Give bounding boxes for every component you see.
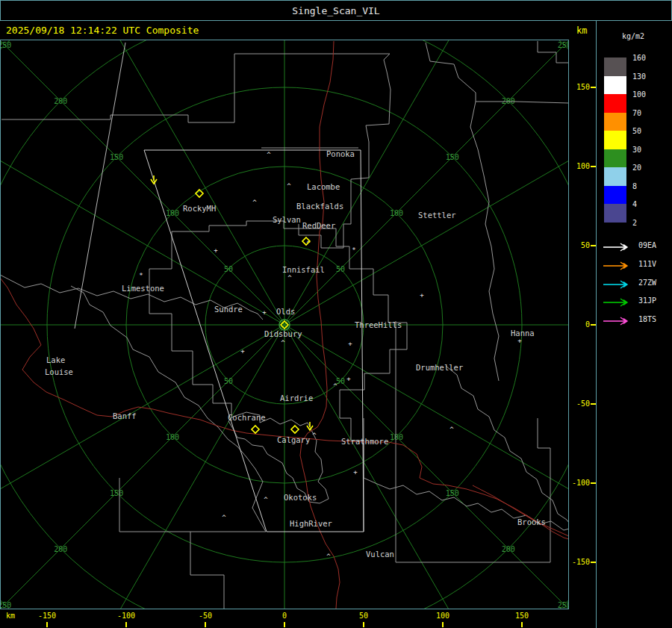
colorbar-level-label: 8 [632, 181, 637, 190]
town-marker-symbol: ^ [333, 382, 337, 390]
town-marker-symbol: + [517, 337, 522, 344]
radar-vector-arrow-icon [603, 316, 631, 326]
town-marker-symbol: ^ [264, 496, 268, 503]
town-marker-symbol: ^ [281, 339, 285, 346]
colorbar-swatch [604, 204, 626, 223]
ring-distance-label: 100 [166, 209, 179, 217]
bottom-axis-label: 0 [282, 612, 287, 620]
bottom-axis-label: -150 [38, 612, 56, 620]
city-label: Strathmore [341, 437, 388, 446]
bottom-axis-unit-label: km [6, 612, 15, 620]
city-label: Lake [46, 355, 65, 364]
city-label: Vulcan [366, 550, 394, 559]
radar-vector-arrow-icon [603, 242, 631, 252]
ring-distance-label: 100 [166, 433, 179, 441]
city-label: Blackfalds [296, 202, 343, 211]
county-boundary [228, 412, 329, 503]
town-marker-symbol: + [214, 246, 218, 254]
right-axis-label: 0 [569, 320, 590, 329]
colorbar-swatch [604, 76, 626, 95]
header-row: 2025/09/18 12:14:22 UTC Composite km [0, 21, 672, 40]
radar-map-canvas: 5050505010010010010015015015015020020020… [1, 40, 568, 609]
right-axis-label: -100 [569, 479, 590, 487]
town-marker-symbol: ^ [287, 182, 291, 190]
ring-distance-label: 150 [446, 153, 459, 161]
colorbar-level-label: 4 [632, 200, 637, 208]
city-label: Sylvan [273, 215, 301, 224]
town-marker-symbol: ^ [326, 553, 331, 560]
legend-panel: kg/m2 16013010070503020842 09EA 111V 27Z… [596, 21, 672, 628]
radar-application-window: { "window": { "title": "Single_Scan_VIL"… [0, 0, 672, 628]
radar-vector-id: 111V [638, 260, 656, 268]
radar-vector-row: 27ZW [603, 279, 631, 289]
colorbar-unit-label: kg/m2 [622, 32, 644, 40]
colorbar-level-label: 50 [632, 127, 641, 135]
county-boundary [1, 54, 390, 122]
city-label: Hanna [511, 329, 535, 338]
city-label: Stettler [418, 211, 456, 220]
bottom-axis-tick [521, 622, 523, 627]
right-axis-tick [591, 324, 596, 326]
ring-distance-label: 250 [1, 41, 11, 49]
right-axis-tick [591, 403, 596, 405]
radar-vector-arrow-icon [603, 261, 631, 271]
colorbar-swatch [604, 94, 626, 113]
bottom-axis-label: 150 [515, 612, 529, 620]
colorbar-level-label: 130 [632, 72, 646, 80]
radar-vector-row: 09EA [603, 241, 631, 252]
city-label: Ponoka [326, 149, 355, 158]
right-axis-tick [591, 87, 596, 88]
ring-distance-label: 100 [390, 209, 403, 217]
scan-timestamp: 2025/09/18 12:14:22 UTC Composite [6, 25, 199, 36]
town-marker-symbol: ^ [267, 151, 271, 158]
right-axis-tick [591, 482, 596, 484]
bottom-axis-tick [442, 622, 444, 627]
ring-distance-label: 50 [336, 377, 345, 385]
highway-line [473, 485, 568, 536]
colorbar-swatch [604, 131, 626, 149]
ring-distance-label: 200 [502, 545, 515, 553]
county-boundary [426, 43, 568, 103]
colorbar-swatch [604, 186, 626, 205]
colorbar-swatch [604, 149, 626, 168]
bottom-axis-tick [363, 622, 364, 627]
radar-vector-id: 27ZW [638, 279, 656, 287]
city-label: Lacombe [307, 182, 340, 191]
city-label: Louise [45, 367, 73, 376]
city-label: ThreeHills [355, 320, 402, 329]
bottom-axis-label: -100 [117, 612, 135, 620]
radar-vector-row: 31JP [603, 296, 631, 307]
town-marker-symbol: * [352, 246, 355, 254]
city-label: Olds [276, 307, 295, 316]
ring-distance-label: 200 [54, 545, 67, 553]
city-label: Limestone [122, 284, 164, 293]
radar-vector-row: 18TS [603, 315, 631, 326]
town-marker-symbol: ^ [287, 274, 292, 282]
right-axis-unit-label: km [576, 25, 587, 36]
county-boundary [446, 366, 568, 523]
radar-map-viewport[interactable]: 5050505010010010010015015015015020020020… [0, 40, 569, 609]
city-label: Calgary [277, 435, 310, 444]
colorbar-level-label: 100 [632, 90, 646, 99]
colorbar-level-label: 70 [632, 108, 641, 116]
ring-distance-label: 150 [446, 489, 459, 497]
bottom-axis-label: 100 [436, 612, 449, 620]
city-label: Sundre [214, 305, 243, 314]
ring-distance-label: 250 [558, 601, 568, 609]
city-label: Banff [113, 411, 137, 420]
county-boundary [71, 286, 266, 532]
city-label: Cochrane [228, 413, 266, 422]
bottom-axis-tick [46, 622, 48, 627]
radar-vector-row: 111V [603, 260, 631, 270]
county-boundary [119, 478, 266, 532]
city-label: RockyMH [183, 204, 216, 213]
town-marker-symbol: + [240, 347, 245, 355]
right-axis-label: -150 [569, 558, 590, 566]
town-marker-symbol: ^ [252, 199, 257, 206]
radar-vector-id: 18TS [638, 315, 656, 323]
colorbar-swatch [604, 167, 626, 186]
right-axis-tick [591, 245, 596, 246]
sector-edge-line [75, 43, 125, 329]
right-axis-tick [591, 562, 596, 563]
right-distance-axis: 150100500-50-100-150 [569, 40, 596, 628]
